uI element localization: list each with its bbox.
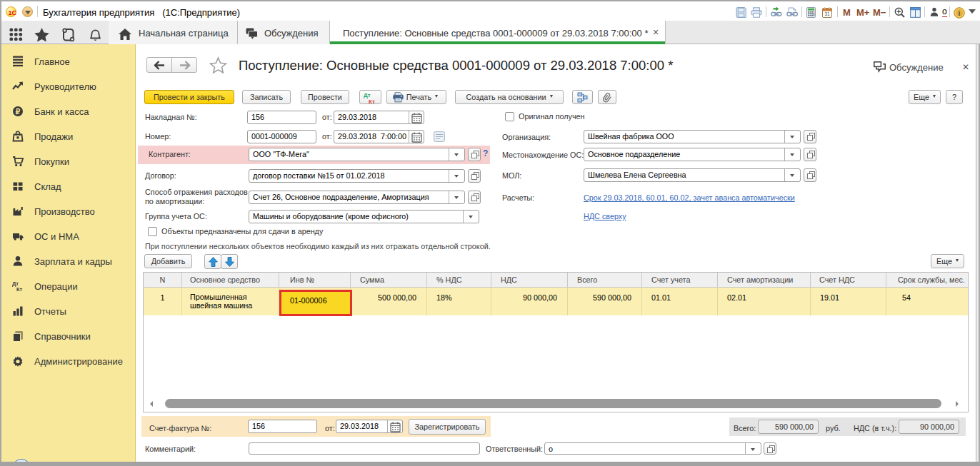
svg-text:₽: ₽ <box>16 108 21 116</box>
svg-text:i: i <box>959 9 961 17</box>
svg-text:31: 31 <box>824 11 830 16</box>
svg-text:Кт: Кт <box>369 98 375 104</box>
svg-text:Кт: Кт <box>16 286 23 292</box>
